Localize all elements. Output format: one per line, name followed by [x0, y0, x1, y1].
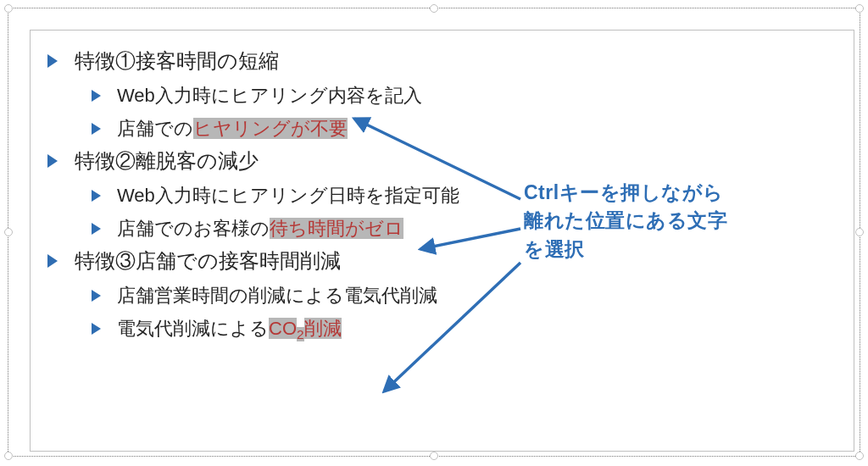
list-item-level1[interactable]: 特徴②離脱客の減少: [47, 146, 832, 176]
plain-text: 特徴③店舗での接客時間削減: [75, 249, 341, 272]
list-item-text: 店舗営業時間の削減による電気代削減: [117, 281, 832, 309]
list-item-level2[interactable]: Web入力時にヒアリング内容を記入: [92, 81, 832, 109]
list-item-level2[interactable]: 店舗でのヒヤリングが不要: [92, 114, 832, 142]
list-item-level2[interactable]: 電気代削減によるCO2削減: [92, 314, 832, 345]
resize-handle-se-icon[interactable]: [855, 452, 864, 460]
resize-handle-ne-icon[interactable]: [855, 4, 864, 13]
selected-text: ヒヤリングが不要: [193, 118, 348, 139]
plain-text: Web入力時にヒアリング内容を記入: [117, 85, 422, 106]
selected-text: 2: [297, 327, 304, 341]
list-item-text: Web入力時にヒアリング内容を記入: [117, 81, 832, 109]
bullet-triangle-icon: [92, 81, 117, 109]
bullet-triangle-icon: [92, 214, 117, 242]
bullet-triangle-icon: [92, 314, 117, 342]
callout-line: を選択: [524, 238, 585, 260]
list-item-text: 特徴②離脱客の減少: [75, 146, 832, 176]
plain-text: 電気代削減による: [117, 318, 269, 339]
resize-handle-n-icon[interactable]: [430, 4, 438, 13]
resize-handle-sw-icon[interactable]: [4, 452, 13, 460]
bullet-triangle-icon: [47, 246, 75, 276]
plain-text: 店舗での: [117, 118, 193, 139]
bullet-triangle-icon: [47, 146, 75, 176]
bullet-triangle-icon: [92, 181, 117, 209]
plain-text: 特徴①接客時間の短縮: [75, 49, 279, 72]
list-item-text: 電気代削減によるCO2削減: [117, 314, 832, 345]
list-item-text: 店舗でのヒヤリングが不要: [117, 114, 832, 142]
resize-handle-s-icon[interactable]: [430, 452, 438, 460]
plain-text: 店舗でのお客様の: [117, 218, 270, 239]
selected-text: CO: [269, 318, 297, 339]
list-item-text: 特徴①接客時間の短縮: [75, 46, 832, 76]
bullet-triangle-icon: [47, 46, 75, 76]
callout-line: Ctrlキーを押しながら: [524, 181, 724, 203]
plain-text: 店舗営業時間の削減による電気代削減: [117, 285, 437, 306]
selected-text: 待ち時間がゼロ: [270, 218, 403, 239]
bullet-triangle-icon: [92, 114, 117, 142]
callout-line: 離れた位置にある文字: [524, 209, 727, 231]
plain-text: Web入力時にヒアリング日時を指定可能: [117, 185, 459, 206]
plain-text: 特徴②離脱客の減少: [75, 149, 259, 172]
callout-text: Ctrlキーを押しながら 離れた位置にある文字 を選択: [524, 179, 854, 264]
selected-text: 削減: [304, 318, 342, 339]
bullet-triangle-icon: [92, 281, 117, 309]
resize-handle-w-icon[interactable]: [4, 228, 13, 236]
resize-handle-e-icon[interactable]: [855, 228, 864, 236]
resize-handle-nw-icon[interactable]: [4, 4, 13, 13]
list-item-level1[interactable]: 特徴①接客時間の短縮: [47, 46, 832, 76]
list-item-level2[interactable]: 店舗営業時間の削減による電気代削減: [92, 281, 832, 309]
